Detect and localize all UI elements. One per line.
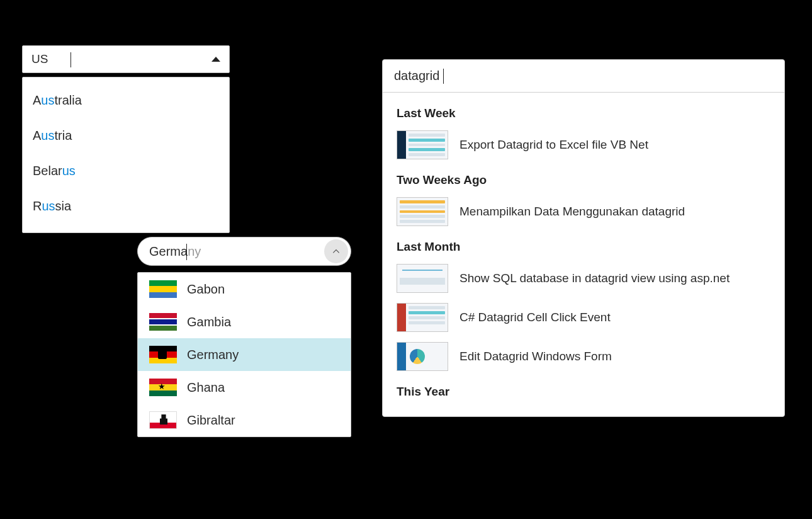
chevron-up-icon <box>332 247 341 256</box>
country-label: Ghana <box>187 380 225 395</box>
country-input-value: US <box>31 52 48 66</box>
text-caret <box>443 69 444 84</box>
gabon-flag-icon <box>149 280 177 298</box>
search-results-panel: datagrid Last WeekExport Datagrid to Exc… <box>382 59 785 417</box>
country-suggestion-item[interactable]: Australia <box>23 83 229 118</box>
country-flag-list: GabonGambiaGermanyGhanaGibraltar <box>137 272 351 437</box>
country-autocomplete-us: US AustraliaAustriaBelarusRussia <box>22 45 230 233</box>
germany-flag-icon <box>149 346 177 363</box>
pill-suggest-text: ny <box>188 244 201 259</box>
gibraltar-flag-icon <box>149 411 177 429</box>
text-caret <box>70 52 71 67</box>
country-flag-item[interactable]: Gabon <box>138 273 351 305</box>
result-thumbnail <box>397 197 448 226</box>
country-suggestion-item[interactable]: Austria <box>23 118 229 153</box>
search-results-list: Last WeekExport Datagrid to Excel file V… <box>383 93 784 416</box>
collapse-button[interactable] <box>324 239 348 263</box>
results-group-header: Last Week <box>383 98 784 125</box>
country-input[interactable]: US <box>22 45 230 73</box>
results-group-header: This Year <box>383 376 784 404</box>
country-flag-item[interactable]: Germany <box>138 338 351 371</box>
search-result-item[interactable]: Export Datagrid to Excel file VB Net <box>383 125 784 164</box>
result-label: C# Datagrid Cell Click Event <box>460 311 611 324</box>
country-suggestion-item[interactable]: Belarus <box>23 153 229 188</box>
result-thumbnail <box>397 303 448 332</box>
search-result-item[interactable]: Edit Datagrid Windows Form <box>383 337 784 376</box>
text-caret <box>186 244 187 260</box>
result-label: Edit Datagrid Windows Form <box>460 350 612 363</box>
result-label: Menampilkan Data Menggunakan datagrid <box>460 205 685 219</box>
country-suggestion-list: AustraliaAustriaBelarusRussia <box>22 77 230 233</box>
country-autocomplete-germany: Germany GabonGambiaGermanyGhanaGibraltar <box>137 237 351 437</box>
search-input[interactable]: datagrid <box>383 60 784 93</box>
ghana-flag-icon <box>149 379 177 396</box>
country-flag-item[interactable]: Gibraltar <box>138 404 351 436</box>
result-label: Export Datagrid to Excel file VB Net <box>460 138 648 152</box>
country-label: Gabon <box>187 282 225 297</box>
search-result-item[interactable]: Show SQL database in datagrid view using… <box>383 259 784 298</box>
pill-typed-text: Germa <box>149 244 188 259</box>
result-label: Show SQL database in datagrid view using… <box>460 271 730 285</box>
chevron-up-icon[interactable] <box>211 57 220 62</box>
country-pill-input[interactable]: Germany <box>137 237 351 266</box>
country-flag-item[interactable]: Ghana <box>138 371 351 404</box>
search-result-item[interactable]: C# Datagrid Cell Click Event <box>383 298 784 337</box>
results-group-header: Last Month <box>383 231 784 259</box>
country-label: Gibraltar <box>187 413 235 428</box>
gambia-flag-icon <box>149 313 177 331</box>
search-query-text: datagrid <box>394 69 439 83</box>
search-result-item[interactable]: Menampilkan Data Menggunakan datagrid <box>383 192 784 231</box>
result-thumbnail <box>397 130 448 159</box>
country-flag-item[interactable]: Gambia <box>138 305 351 338</box>
result-thumbnail <box>397 342 448 371</box>
result-thumbnail <box>397 264 448 293</box>
country-label: Gambia <box>187 315 231 329</box>
country-label: Germany <box>187 348 239 362</box>
results-group-header: Two Weeks Ago <box>383 164 784 192</box>
country-suggestion-item[interactable]: Russia <box>23 188 229 224</box>
